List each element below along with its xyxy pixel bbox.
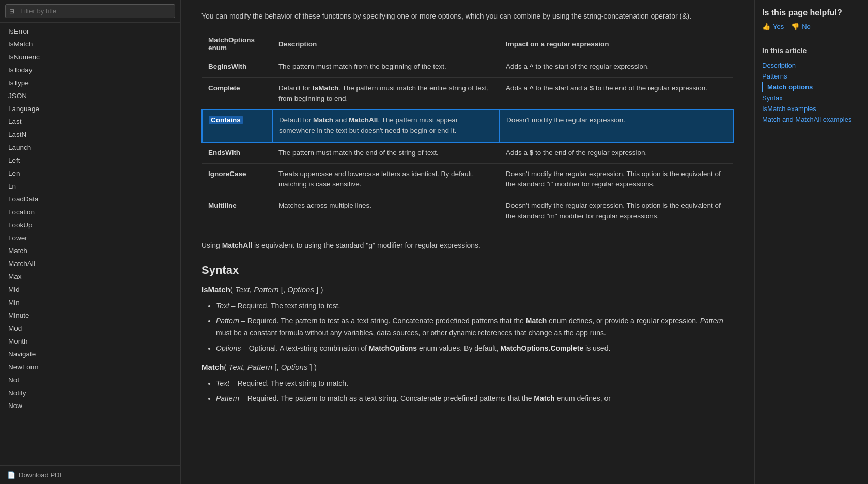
matchall-note: Using MatchAll is equivalent to using th… (202, 240, 734, 251)
match-signature: Match( Text, Pattern [, Options ] ) (202, 363, 734, 371)
sidebar-item-lastn[interactable]: LastN (0, 128, 180, 141)
enum-value: Contains (209, 116, 243, 124)
sidebar-item-lower[interactable]: Lower (0, 231, 180, 244)
filter-icon: ⊟ (9, 8, 14, 15)
sidebar-item-notify[interactable]: Notify (0, 386, 180, 399)
match-bullet-pattern: Pattern – Required. The pattern to match… (216, 393, 734, 404)
sidebar-item-ismatch[interactable]: IsMatch (0, 38, 180, 51)
article-link-match-options[interactable]: Match options (762, 82, 861, 92)
sidebar-item-isnumeric[interactable]: IsNumeric (0, 51, 180, 64)
table-cell-description: Matches across multiple lines. (272, 195, 500, 227)
table-header-desc: Description (272, 32, 500, 56)
sidebar-item-language[interactable]: Language (0, 102, 180, 115)
sidebar-item-not[interactable]: Not (0, 373, 180, 386)
sidebar-item-mid[interactable]: Mid (0, 283, 180, 296)
table-row: EndsWithThe pattern must match the end o… (202, 142, 733, 164)
table-cell-impact: Doesn't modify the regular expression. T… (500, 163, 733, 195)
sidebar-item-json[interactable]: JSON (0, 89, 180, 102)
article-link-patterns[interactable]: Patterns (762, 71, 861, 82)
table-row: IgnoreCaseTreats uppercase and lowercase… (202, 163, 733, 195)
sidebar-item-min[interactable]: Min (0, 296, 180, 309)
enum-value: IgnoreCase (208, 170, 246, 178)
match-bullets: Text – Required. The text string to matc… (202, 378, 734, 404)
table-cell-description: Treats uppercase and lowercase letters a… (272, 163, 500, 195)
sidebar-item-istype[interactable]: IsType (0, 76, 180, 89)
table-header-enum: MatchOptions enum (202, 32, 272, 56)
sidebar-item-max[interactable]: Max (0, 270, 180, 283)
match-options-table: MatchOptions enum Description Impact on … (202, 32, 734, 227)
table-row: MultilineMatches across multiple lines.D… (202, 195, 733, 227)
sidebar-item-ln[interactable]: Ln (0, 180, 180, 193)
sidebar: ⊟ IsErrorIsMatchIsNumericIsTodayIsTypeJS… (0, 0, 181, 484)
article-link-description[interactable]: Description (762, 60, 861, 71)
table-row: ContainsDefault for Match and MatchAll. … (202, 110, 733, 142)
sidebar-item-location[interactable]: Location (0, 206, 180, 218)
in-article-title: In this article (762, 46, 861, 55)
yes-button[interactable]: 👍 Yes (762, 23, 784, 30)
table-cell-impact: Doesn't modify the regular expression. T… (500, 195, 733, 227)
table-cell-description: The pattern must match the end of the st… (272, 142, 500, 164)
sidebar-filter-area: ⊟ (0, 0, 180, 23)
table-cell-impact: Adds a ^ to the start of the regular exp… (500, 56, 733, 77)
article-link-match-and-matchall-examples[interactable]: Match and MatchAll examples (762, 114, 861, 125)
sidebar-list: IsErrorIsMatchIsNumericIsTodayIsTypeJSON… (0, 23, 180, 465)
table-row: BeginsWithThe pattern must match from th… (202, 56, 733, 77)
sidebar-item-last[interactable]: Last (0, 115, 180, 128)
sidebar-item-left[interactable]: Left (0, 154, 180, 167)
table-cell-description: Default for IsMatch. The pattern must ma… (272, 77, 500, 110)
syntax-heading: Syntax (202, 263, 734, 277)
sidebar-item-newform[interactable]: NewForm (0, 361, 180, 373)
table-cell-impact: Adds a ^ to the start and a $ to the end… (500, 77, 733, 110)
sidebar-item-now[interactable]: Now (0, 399, 180, 412)
right-panel: Is this page helpful? 👍 Yes 👎 No In this… (754, 0, 868, 484)
yes-label: Yes (773, 23, 784, 30)
table-header-impact: Impact on a regular expression (500, 32, 733, 56)
article-link-ismatch-examples[interactable]: IsMatch examples (762, 103, 861, 114)
enum-value: Complete (208, 84, 240, 92)
match-bullet-text: Text – Required. The text string to matc… (216, 378, 734, 389)
ismatch-bullets: Text – Required. The text string to test… (202, 300, 734, 354)
sidebar-item-minute[interactable]: Minute (0, 309, 180, 322)
download-pdf-button[interactable]: 📄 Download PDF (0, 465, 180, 484)
table-cell-impact: Doesn't modify the regular expression. (500, 110, 733, 142)
pdf-icon: 📄 (7, 471, 16, 479)
table-cell-description: The pattern must match from the beginnin… (272, 56, 500, 77)
sidebar-item-match[interactable]: Match (0, 244, 180, 257)
sidebar-item-navigate[interactable]: Navigate (0, 348, 180, 361)
sidebar-item-istoday[interactable]: IsToday (0, 64, 180, 76)
table-cell-description: Default for Match and MatchAll. The patt… (272, 110, 500, 142)
ismatch-bullet-options: Options – Optional. A text-string combin… (216, 342, 734, 354)
sidebar-item-month[interactable]: Month (0, 335, 180, 348)
intro-text: You can modify the behavior of these fun… (202, 10, 734, 22)
sidebar-item-launch[interactable]: Launch (0, 141, 180, 154)
main-content: You can modify the behavior of these fun… (181, 0, 754, 484)
table-cell-impact: Adds a $ to the end of the regular expre… (500, 142, 733, 164)
article-link-syntax[interactable]: Syntax (762, 92, 861, 103)
sidebar-item-loaddata[interactable]: LoadData (0, 193, 180, 206)
enum-value: BeginsWith (208, 63, 246, 70)
sidebar-item-mod[interactable]: Mod (0, 322, 180, 335)
helpful-title: Is this page helpful? (762, 8, 861, 18)
no-button[interactable]: 👎 No (791, 23, 811, 30)
article-links: DescriptionPatternsMatch optionsSyntaxIs… (762, 60, 861, 125)
search-input[interactable] (5, 4, 175, 18)
no-label: No (802, 23, 811, 30)
table-row: CompleteDefault for IsMatch. The pattern… (202, 77, 733, 110)
ismatch-bullet-pattern: Pattern – Required. The pattern to test … (216, 315, 734, 339)
thumbs-up-icon: 👍 (762, 23, 770, 30)
ismatch-bullet-text: Text – Required. The text string to test… (216, 300, 734, 312)
enum-value: Multiline (208, 201, 237, 209)
sidebar-item-matchall[interactable]: MatchAll (0, 257, 180, 270)
enum-value: EndsWith (208, 149, 240, 157)
sidebar-item-len[interactable]: Len (0, 167, 180, 180)
ismatch-signature: IsMatch( Text, Pattern [, Options ] ) (202, 285, 734, 294)
thumbs-down-icon: 👎 (791, 23, 799, 30)
sidebar-item-iserror[interactable]: IsError (0, 25, 180, 38)
sidebar-item-lookup[interactable]: LookUp (0, 218, 180, 231)
download-pdf-label: Download PDF (19, 471, 64, 479)
helpful-buttons: 👍 Yes 👎 No (762, 23, 861, 38)
